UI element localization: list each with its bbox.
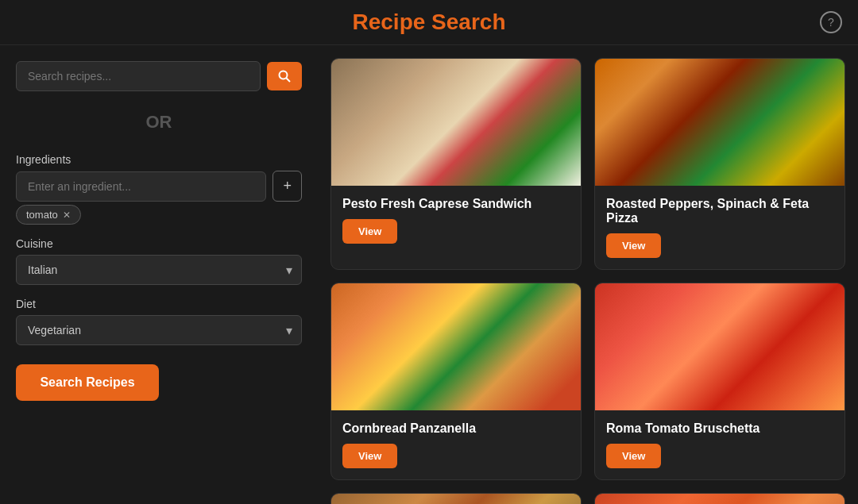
search-recipes-button[interactable]: Search Recipes	[16, 364, 159, 401]
recipe-image-caprese	[331, 59, 581, 186]
recipe-info-pizza: Roasted Peppers, Spinach & Feta Pizza Vi…	[595, 186, 844, 269]
diet-label: Diet	[16, 298, 302, 310]
main-layout: OR Ingredients + tomato ✕ Cuisine Italia…	[0, 45, 858, 504]
diet-select[interactable]: Vegetarian Vegan Gluten-Free Keto Paleo	[16, 315, 302, 345]
cuisine-section: Cuisine Italian Mexican French Japanese …	[16, 237, 302, 285]
recipe-card-pizza: Roasted Peppers, Spinach & Feta Pizza Vi…	[594, 58, 845, 270]
ingredient-input[interactable]	[16, 171, 266, 202]
recipe-name-pizza: Roasted Peppers, Spinach & Feta Pizza	[606, 197, 833, 225]
header: Recipe Search ?	[0, 0, 858, 45]
diet-section: Diet Vegetarian Vegan Gluten-Free Keto P…	[16, 298, 302, 345]
page-title: Recipe Search	[353, 10, 506, 35]
svg-point-0	[280, 71, 288, 79]
recipe-card-bruschetta: Roma Tomato Bruschetta View	[594, 283, 845, 480]
sidebar: OR Ingredients + tomato ✕ Cuisine Italia…	[0, 45, 318, 504]
search-row	[16, 61, 302, 91]
ingredient-row: +	[16, 171, 302, 202]
or-divider: OR	[16, 104, 302, 140]
recipe-card-caprese: Pesto Fresh Caprese Sandwich View	[330, 58, 582, 270]
view-button-caprese[interactable]: View	[342, 219, 397, 244]
recipe-info-caprese: Pesto Fresh Caprese Sandwich View	[331, 186, 581, 255]
tag-label: tomato	[26, 209, 58, 221]
view-button-bruschetta[interactable]: View	[606, 444, 661, 468]
add-ingredient-button[interactable]: +	[272, 171, 302, 202]
tags-row: tomato ✕	[16, 205, 302, 225]
view-button-pizza[interactable]: View	[606, 233, 661, 258]
recipe-name-caprese: Pesto Fresh Caprese Sandwich	[342, 197, 570, 211]
diet-select-wrapper: Vegetarian Vegan Gluten-Free Keto Paleo	[16, 315, 302, 345]
recipe-name-panzanella: Cornbread Panzanella	[342, 421, 570, 436]
ingredients-label: Ingredients	[16, 153, 302, 166]
recipe-image-bruschetta	[595, 283, 844, 410]
cuisine-select[interactable]: Italian Mexican French Japanese Indian	[16, 255, 302, 285]
search-input[interactable]	[16, 61, 261, 91]
ingredient-tag-tomato: tomato ✕	[16, 205, 81, 225]
cuisine-select-wrapper: Italian Mexican French Japanese Indian	[16, 255, 302, 285]
recipe-info-bruschetta: Roma Tomato Bruschetta View	[595, 410, 844, 479]
search-button[interactable]	[267, 62, 302, 90]
svg-line-1	[287, 79, 291, 83]
recipe-grid: Pesto Fresh Caprese Sandwich View Roaste…	[330, 58, 845, 504]
recipe-image-panzanella	[331, 283, 581, 410]
ingredients-section: Ingredients + tomato ✕	[16, 153, 302, 225]
search-icon	[278, 70, 291, 83]
recipe-card-6	[594, 493, 845, 504]
recipe-image-6	[595, 494, 844, 504]
content-area: Pesto Fresh Caprese Sandwich View Roaste…	[318, 45, 858, 504]
recipe-image-5	[331, 494, 581, 504]
cuisine-label: Cuisine	[16, 237, 302, 250]
recipe-card-panzanella: Cornbread Panzanella View	[330, 283, 582, 480]
tag-remove-button[interactable]: ✕	[63, 210, 71, 221]
recipe-image-pizza	[595, 59, 844, 186]
help-icon[interactable]: ?	[820, 11, 842, 33]
recipe-info-panzanella: Cornbread Panzanella View	[331, 410, 581, 479]
recipe-card-5	[330, 493, 582, 504]
recipe-name-bruschetta: Roma Tomato Bruschetta	[606, 421, 833, 436]
view-button-panzanella[interactable]: View	[342, 444, 397, 468]
